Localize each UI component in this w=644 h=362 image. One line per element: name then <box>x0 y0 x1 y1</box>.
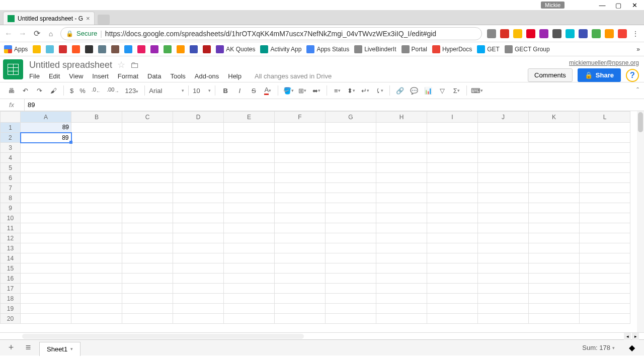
bm-icon-14[interactable] <box>203 45 211 53</box>
borders-icon[interactable]: ⊞▾ <box>296 84 308 97</box>
row-header-17[interactable]: 17 <box>1 284 21 294</box>
cell-E6[interactable] <box>224 173 275 183</box>
menu-file[interactable]: File <box>29 72 40 80</box>
wrap-icon[interactable]: ↵▾ <box>359 84 371 97</box>
bm-icon-9[interactable] <box>137 45 145 53</box>
select-all-corner[interactable] <box>1 112 21 123</box>
cell-J2[interactable] <box>478 133 529 143</box>
cell-K14[interactable] <box>529 253 580 263</box>
cell-J15[interactable] <box>478 263 529 274</box>
cell-D16[interactable] <box>173 274 224 284</box>
cell-C13[interactable] <box>122 243 173 253</box>
cell-D1[interactable] <box>173 123 224 133</box>
cell-L13[interactable] <box>580 243 630 253</box>
cell-A13[interactable] <box>21 243 71 253</box>
col-header-C[interactable]: C <box>122 112 173 123</box>
chart-icon[interactable]: 📊 <box>422 84 434 97</box>
cell-L20[interactable] <box>580 314 630 324</box>
cell-A8[interactable] <box>21 193 71 203</box>
cell-K9[interactable] <box>529 203 580 213</box>
cell-H11[interactable] <box>376 223 427 233</box>
bm-icon-8[interactable] <box>124 45 132 53</box>
cell-K12[interactable] <box>529 233 580 243</box>
font-select[interactable]: Arial▾ <box>149 87 184 95</box>
cell-L2[interactable] <box>580 133 630 143</box>
cell-A15[interactable] <box>21 263 71 274</box>
cell-G7[interactable] <box>326 183 376 193</box>
cell-F1[interactable] <box>275 123 326 133</box>
cell-B1[interactable] <box>71 123 122 133</box>
cell-F11[interactable] <box>275 223 326 233</box>
cell-E12[interactable] <box>224 233 275 243</box>
cell-L11[interactable] <box>580 223 630 233</box>
cell-A16[interactable] <box>21 274 71 284</box>
cell-F12[interactable] <box>275 233 326 243</box>
menu-addons[interactable]: Add-ons <box>195 72 219 80</box>
bm-livebinderit[interactable]: LiveBinderIt <box>354 45 396 53</box>
menu-data[interactable]: Data <box>147 72 161 80</box>
pinterest-icon[interactable] <box>526 29 535 38</box>
cell-L5[interactable] <box>580 163 630 173</box>
cell-G1[interactable] <box>326 123 376 133</box>
col-header-K[interactable]: K <box>529 112 580 123</box>
back-button[interactable]: ← <box>4 29 13 38</box>
bm-icon-13[interactable] <box>190 45 198 53</box>
cell-L17[interactable] <box>580 284 630 294</box>
cell-E5[interactable] <box>224 163 275 173</box>
cell-D13[interactable] <box>173 243 224 253</box>
cell-F7[interactable] <box>275 183 326 193</box>
drive-icon[interactable] <box>513 29 522 38</box>
browser-tab[interactable]: Untitled spreadsheet - G × <box>3 12 95 25</box>
home-button[interactable]: ⌂ <box>46 29 55 38</box>
horizontal-scrollbar[interactable] <box>22 334 304 339</box>
menu-edit[interactable]: Edit <box>49 72 60 80</box>
rotate-icon[interactable]: ⤹▾ <box>373 84 385 97</box>
cell-E2[interactable] <box>224 133 275 143</box>
cell-A9[interactable] <box>21 203 71 213</box>
col-header-F[interactable]: F <box>275 112 326 123</box>
cell-H19[interactable] <box>376 304 427 314</box>
bm-icon-12[interactable] <box>177 45 185 53</box>
row-header-14[interactable]: 14 <box>1 253 21 263</box>
cell-F10[interactable] <box>275 213 326 223</box>
functions-icon[interactable]: Σ▾ <box>450 84 462 97</box>
cell-I2[interactable] <box>427 133 478 143</box>
cell-H2[interactable] <box>376 133 427 143</box>
cell-I8[interactable] <box>427 193 478 203</box>
new-tab-button[interactable] <box>98 15 110 25</box>
cell-L9[interactable] <box>580 203 630 213</box>
cell-J1[interactable] <box>478 123 529 133</box>
row-header-8[interactable]: 8 <box>1 193 21 203</box>
row-header-16[interactable]: 16 <box>1 274 21 284</box>
ext-icon-3[interactable] <box>552 29 561 38</box>
cell-B19[interactable] <box>71 304 122 314</box>
menu-help[interactable]: Help <box>228 72 242 80</box>
cell-K1[interactable] <box>529 123 580 133</box>
tab-close-icon[interactable]: × <box>86 15 90 22</box>
cell-A1[interactable]: 89 <box>21 123 71 133</box>
cell-F13[interactable] <box>275 243 326 253</box>
window-minimize[interactable]: ― <box>599 2 606 9</box>
col-header-D[interactable]: D <box>173 112 224 123</box>
cell-C4[interactable] <box>122 153 173 163</box>
cell-J9[interactable] <box>478 203 529 213</box>
folder-icon[interactable]: 🗀 <box>130 60 139 70</box>
fill-handle[interactable] <box>69 141 72 144</box>
cell-E14[interactable] <box>224 253 275 263</box>
cell-H6[interactable] <box>376 173 427 183</box>
cell-H15[interactable] <box>376 263 427 274</box>
cell-C1[interactable] <box>122 123 173 133</box>
number-format[interactable]: 123▾ <box>123 87 141 95</box>
text-color-icon[interactable]: A▾ <box>262 84 274 97</box>
cell-I18[interactable] <box>427 294 478 304</box>
col-header-H[interactable]: H <box>376 112 427 123</box>
scroll-right-icon[interactable]: ▸ <box>632 333 639 340</box>
cell-H4[interactable] <box>376 153 427 163</box>
row-header-10[interactable]: 10 <box>1 213 21 223</box>
cell-H5[interactable] <box>376 163 427 173</box>
cell-G3[interactable] <box>326 143 376 153</box>
cell-L7[interactable] <box>580 183 630 193</box>
cell-H10[interactable] <box>376 213 427 223</box>
cell-L1[interactable] <box>580 123 630 133</box>
bm-icon-4[interactable] <box>72 45 80 53</box>
